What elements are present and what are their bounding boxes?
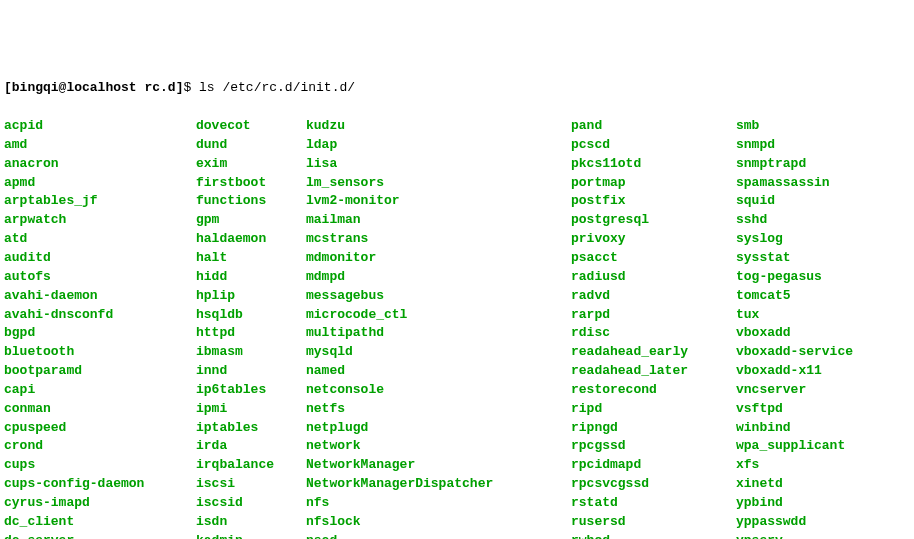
- file-entry: restorecond: [571, 382, 657, 397]
- file-entry: snmptrapd: [736, 156, 806, 171]
- file-entry: halt: [196, 250, 227, 265]
- file-entry: winbind: [736, 420, 791, 435]
- file-entry: postgresql: [571, 212, 649, 227]
- file-entry: pand: [571, 118, 602, 133]
- file-entry: bluetooth: [4, 344, 74, 359]
- file-entry: apmd: [4, 175, 35, 190]
- file-entry: ypserv: [736, 533, 783, 539]
- file-entry: ypbind: [736, 495, 783, 510]
- file-entry: mdmonitor: [306, 250, 376, 265]
- file-entry: exim: [196, 156, 227, 171]
- file-entry: snmpd: [736, 137, 775, 152]
- file-entry: amd: [4, 137, 27, 152]
- file-entry: hplip: [196, 288, 235, 303]
- file-entry: ibmasm: [196, 344, 243, 359]
- file-entry: rusersd: [571, 514, 626, 529]
- listing-col-1: acpid amd anacron apmd arptables_jf arpw…: [4, 117, 196, 539]
- file-entry: ripngd: [571, 420, 618, 435]
- listing-col-4: pand pcscd pkcs11otd portmap postfix pos…: [571, 117, 736, 539]
- file-listing: acpid amd anacron apmd arptables_jf arpw…: [4, 117, 910, 539]
- file-entry: spamassassin: [736, 175, 830, 190]
- file-entry: arpwatch: [4, 212, 66, 227]
- file-entry: vboxadd: [736, 325, 791, 340]
- file-entry: vsftpd: [736, 401, 783, 416]
- file-entry: autofs: [4, 269, 51, 284]
- file-entry: mdmpd: [306, 269, 345, 284]
- file-entry: xfs: [736, 457, 759, 472]
- file-entry: tux: [736, 307, 759, 322]
- file-entry: pkcs11otd: [571, 156, 641, 171]
- file-entry: sshd: [736, 212, 767, 227]
- file-entry: innd: [196, 363, 227, 378]
- file-entry: microcode_ctl: [306, 307, 407, 322]
- file-entry: lvm2-monitor: [306, 193, 400, 208]
- file-entry: atd: [4, 231, 27, 246]
- file-entry: netplugd: [306, 420, 368, 435]
- file-entry: cups: [4, 457, 35, 472]
- file-entry: radiusd: [571, 269, 626, 284]
- listing-col-5: smb snmpd snmptrapd spamassassin squid s…: [736, 117, 853, 539]
- file-entry: rpcgssd: [571, 438, 626, 453]
- file-entry: dovecot: [196, 118, 251, 133]
- file-entry: lisa: [306, 156, 337, 171]
- file-entry: bgpd: [4, 325, 35, 340]
- file-entry: NetworkManagerDispatcher: [306, 476, 493, 491]
- file-entry: multipathd: [306, 325, 384, 340]
- file-entry: gpm: [196, 212, 219, 227]
- file-entry: lm_sensors: [306, 175, 384, 190]
- file-entry: hidd: [196, 269, 227, 284]
- file-entry: named: [306, 363, 345, 378]
- command-text: ls /etc/rc.d/init.d/: [199, 80, 355, 95]
- file-entry: ip6tables: [196, 382, 266, 397]
- file-entry: readahead_early: [571, 344, 688, 359]
- file-entry: squid: [736, 193, 775, 208]
- file-entry: ripd: [571, 401, 602, 416]
- file-entry: tomcat5: [736, 288, 791, 303]
- file-entry: nscd: [306, 533, 337, 539]
- file-entry: irqbalance: [196, 457, 274, 472]
- listing-col-3: kudzu ldap lisa lm_sensors lvm2-monitor …: [306, 117, 571, 539]
- file-entry: privoxy: [571, 231, 626, 246]
- file-entry: hsqldb: [196, 307, 243, 322]
- file-entry: nfs: [306, 495, 329, 510]
- file-entry: httpd: [196, 325, 235, 340]
- file-entry: avahi-dnsconfd: [4, 307, 113, 322]
- listing-col-2: dovecot dund exim firstboot functions gp…: [196, 117, 306, 539]
- file-entry: ipmi: [196, 401, 227, 416]
- file-entry: dc_server: [4, 533, 74, 539]
- file-entry: smb: [736, 118, 759, 133]
- file-entry: wpa_supplicant: [736, 438, 845, 453]
- file-entry: irda: [196, 438, 227, 453]
- file-entry: readahead_later: [571, 363, 688, 378]
- file-entry: xinetd: [736, 476, 783, 491]
- file-entry: nfslock: [306, 514, 361, 529]
- file-entry: acpid: [4, 118, 43, 133]
- terminal-output: [bingqi@localhost rc.d]$ ls /etc/rc.d/in…: [4, 79, 910, 98]
- file-entry: iscsid: [196, 495, 243, 510]
- file-entry: vboxadd-x11: [736, 363, 822, 378]
- file-entry: conman: [4, 401, 51, 416]
- file-entry: iptables: [196, 420, 258, 435]
- file-entry: rpcsvcgssd: [571, 476, 649, 491]
- file-entry: bootparamd: [4, 363, 82, 378]
- file-entry: NetworkManager: [306, 457, 415, 472]
- file-entry: cups-config-daemon: [4, 476, 144, 491]
- file-entry: avahi-daemon: [4, 288, 98, 303]
- file-entry: vboxadd-service: [736, 344, 853, 359]
- file-entry: functions: [196, 193, 266, 208]
- file-entry: rdisc: [571, 325, 610, 340]
- file-entry: haldaemon: [196, 231, 266, 246]
- file-entry: pcscd: [571, 137, 610, 152]
- prompt-userhost: [bingqi@localhost rc.d]: [4, 80, 183, 95]
- file-entry: tog-pegasus: [736, 269, 822, 284]
- file-entry: ldap: [306, 137, 337, 152]
- file-entry: mysqld: [306, 344, 353, 359]
- file-entry: firstboot: [196, 175, 266, 190]
- file-entry: rstatd: [571, 495, 618, 510]
- file-entry: rwhod: [571, 533, 610, 539]
- file-entry: cpuspeed: [4, 420, 66, 435]
- file-entry: kadmin: [196, 533, 243, 539]
- file-entry: syslog: [736, 231, 783, 246]
- prompt-dollar: $: [183, 80, 199, 95]
- file-entry: dund: [196, 137, 227, 152]
